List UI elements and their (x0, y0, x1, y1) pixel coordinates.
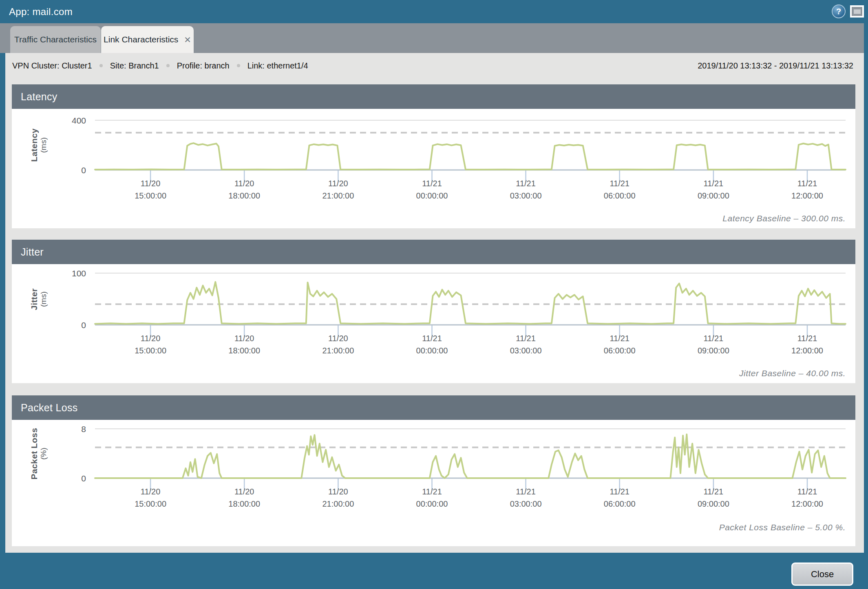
footer-bar: Close (0, 553, 868, 589)
svg-text:09:00:00: 09:00:00 (698, 191, 729, 200)
packet-loss-baseline-caption: Packet Loss Baseline – 5.00 %. (719, 523, 846, 532)
svg-text:18:00:00: 18:00:00 (228, 346, 260, 355)
svg-text:11/21: 11/21 (610, 487, 629, 496)
restore-window-icon[interactable] (850, 5, 864, 18)
separator-dot (237, 64, 240, 67)
svg-text:15:00:00: 15:00:00 (135, 499, 166, 508)
packet-loss-axis-title: Packet Loss (%) (29, 428, 48, 480)
separator-dot (166, 64, 170, 67)
jitter-chart: 11/2015:00:0011/2018:00:0011/2021:00:001… (12, 264, 855, 383)
latency-axis-title: Latency (ms) (29, 128, 48, 162)
svg-text:11/20: 11/20 (141, 487, 161, 496)
date-range: 2019/11/20 13:13:32 - 2019/11/21 13:13:3… (698, 53, 853, 78)
svg-text:11/20: 11/20 (234, 487, 254, 496)
svg-text:0: 0 (81, 474, 86, 483)
info-bar: VPN Cluster: Cluster1 Site: Branch1 Prof… (5, 53, 864, 78)
svg-text:0: 0 (81, 165, 86, 175)
svg-text:11/21: 11/21 (516, 179, 536, 188)
svg-text:11/21: 11/21 (422, 334, 442, 343)
svg-text:11/21: 11/21 (704, 334, 724, 343)
svg-text:03:00:00: 03:00:00 (510, 191, 542, 200)
latency-panel: Latency 11/2015:00:0011/2018:00:0011/202… (12, 84, 855, 228)
tab-label: Traffic Characteristics (14, 35, 97, 44)
latency-panel-header: Latency (12, 84, 855, 109)
svg-text:09:00:00: 09:00:00 (698, 499, 729, 508)
svg-text:15:00:00: 15:00:00 (135, 191, 166, 200)
svg-text:06:00:00: 06:00:00 (604, 191, 636, 200)
latency-baseline-caption: Latency Baseline – 300.00 ms. (722, 214, 846, 223)
svg-text:12:00:00: 12:00:00 (791, 499, 823, 508)
close-button[interactable]: Close (791, 563, 853, 586)
separator-dot (99, 64, 103, 67)
svg-text:21:00:00: 21:00:00 (322, 346, 354, 355)
packet-loss-panel: Packet Loss 11/2015:00:0011/2018:00:0011… (12, 395, 855, 546)
tab-close-icon[interactable]: ✕ (184, 35, 191, 44)
site-label: Site: Branch1 (110, 61, 159, 71)
svg-text:0: 0 (81, 320, 86, 330)
svg-text:11/21: 11/21 (797, 487, 817, 496)
svg-text:11/21: 11/21 (422, 179, 442, 188)
tab-label: Link Characteristics (104, 35, 178, 44)
svg-text:11/21: 11/21 (610, 179, 629, 188)
title-bar: App: mail.com ? (0, 0, 868, 23)
svg-text:11/21: 11/21 (516, 487, 536, 496)
jitter-panel: Jitter 11/2015:00:0011/2018:00:0011/2021… (12, 240, 855, 383)
svg-text:11/20: 11/20 (328, 334, 348, 343)
svg-text:400: 400 (72, 116, 86, 125)
vpn-cluster-label: VPN Cluster: Cluster1 (12, 61, 92, 71)
profile-label: Profile: branch (177, 61, 230, 71)
svg-text:12:00:00: 12:00:00 (791, 346, 823, 355)
tab-traffic-characteristics[interactable]: Traffic Characteristics (10, 26, 101, 53)
help-icon[interactable]: ? (832, 4, 846, 18)
svg-text:11/20: 11/20 (328, 179, 348, 188)
svg-text:09:00:00: 09:00:00 (698, 346, 729, 355)
svg-text:11/20: 11/20 (141, 179, 161, 188)
svg-text:11/20: 11/20 (234, 334, 254, 343)
packet-loss-panel-header: Packet Loss (12, 395, 855, 420)
link-label: Link: ethernet1/4 (247, 61, 308, 71)
svg-text:18:00:00: 18:00:00 (228, 499, 260, 508)
jitter-axis-title: Jitter (ms) (29, 288, 48, 310)
svg-text:00:00:00: 00:00:00 (416, 346, 448, 355)
svg-text:11/21: 11/21 (797, 179, 817, 188)
tab-link-characteristics[interactable]: Link Characteristics ✕ (101, 26, 194, 53)
link-context-info: VPN Cluster: Cluster1 Site: Branch1 Prof… (12, 53, 308, 78)
svg-text:11/21: 11/21 (704, 487, 724, 496)
jitter-panel-header: Jitter (12, 240, 855, 264)
svg-text:06:00:00: 06:00:00 (604, 499, 636, 508)
svg-text:21:00:00: 21:00:00 (322, 499, 354, 508)
window-title: App: mail.com (9, 6, 73, 18)
svg-text:00:00:00: 00:00:00 (416, 499, 448, 508)
svg-text:18:00:00: 18:00:00 (228, 191, 260, 200)
content-area: VPN Cluster: Cluster1 Site: Branch1 Prof… (5, 53, 864, 553)
app-window: App: mail.com ? Traffic Characteristics … (0, 0, 868, 589)
svg-text:8: 8 (81, 424, 86, 434)
svg-text:100: 100 (72, 269, 86, 278)
svg-text:15:00:00: 15:00:00 (135, 346, 166, 355)
svg-text:11/20: 11/20 (328, 487, 348, 496)
latency-chart: 11/2015:00:0011/2018:00:0011/2021:00:001… (12, 109, 855, 228)
svg-text:03:00:00: 03:00:00 (510, 499, 542, 508)
svg-text:21:00:00: 21:00:00 (322, 191, 354, 200)
svg-text:11/20: 11/20 (141, 334, 161, 343)
svg-text:11/21: 11/21 (797, 334, 817, 343)
help-glyph: ? (836, 7, 841, 16)
svg-text:12:00:00: 12:00:00 (791, 191, 823, 200)
tab-strip: Traffic Characteristics Link Characteris… (0, 23, 864, 53)
jitter-baseline-caption: Jitter Baseline – 40.00 ms. (739, 368, 846, 378)
svg-text:03:00:00: 03:00:00 (510, 346, 542, 355)
svg-text:11/21: 11/21 (516, 334, 536, 343)
svg-text:00:00:00: 00:00:00 (416, 191, 448, 200)
restore-window-inner (854, 9, 861, 14)
svg-text:11/21: 11/21 (704, 179, 724, 188)
svg-text:11/21: 11/21 (422, 487, 442, 496)
svg-text:11/21: 11/21 (610, 334, 629, 343)
svg-text:06:00:00: 06:00:00 (604, 346, 636, 355)
svg-text:11/20: 11/20 (234, 179, 254, 188)
